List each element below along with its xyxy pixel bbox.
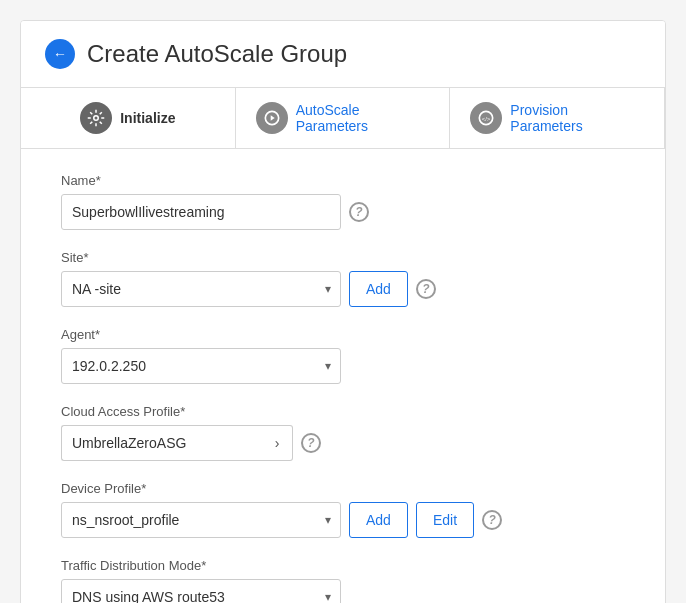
site-group: Site* NA -site EU-site APAC-site ▾ Add ? [61,250,625,307]
name-input-row: ? [61,194,625,230]
site-label: Site* [61,250,625,265]
site-select[interactable]: NA -site EU-site APAC-site [61,271,341,307]
tab-autoscale-parameters[interactable]: AutoScale Parameters [236,88,451,148]
cloud-profile-label: Cloud Access Profile* [61,404,625,419]
device-add-button[interactable]: Add [349,502,408,538]
tab-initialize-label: Initialize [120,110,175,126]
traffic-select-wrapper: DNS using AWS route53 Round Robin Least … [61,579,341,603]
name-input[interactable] [61,194,341,230]
site-row: NA -site EU-site APAC-site ▾ Add ? [61,271,625,307]
tab-bar: Initialize AutoScale Parameters </> Prov… [21,87,665,149]
agent-select-wrapper: 192.0.2.250 192.0.2.251 ▾ [61,348,341,384]
device-edit-button[interactable]: Edit [416,502,474,538]
back-button[interactable]: ← [45,39,75,69]
device-profile-select[interactable]: ns_nsroot_profile ns_admin_profile [61,502,341,538]
page-title: Create AutoScale Group [87,40,347,68]
agent-label: Agent* [61,327,625,342]
device-profile-label: Device Profile* [61,481,625,496]
device-profile-group: Device Profile* ns_nsroot_profile ns_adm… [61,481,625,538]
traffic-group: Traffic Distribution Mode* DNS using AWS… [61,558,625,603]
site-help-icon[interactable]: ? [416,279,436,299]
traffic-label: Traffic Distribution Mode* [61,558,625,573]
svg-marker-2 [270,115,274,120]
main-container: ← Create AutoScale Group Initialize Auto… [20,20,666,603]
cloud-profile-input[interactable] [61,425,262,461]
device-profile-select-wrapper: ns_nsroot_profile ns_admin_profile ▾ [61,502,341,538]
cloud-profile-input-group: › [61,425,293,461]
initialize-icon [80,102,112,134]
cloud-profile-help-icon[interactable]: ? [301,433,321,453]
cloud-profile-arrow-button[interactable]: › [262,425,293,461]
tab-provision-label: Provision Parameters [510,102,644,134]
svg-point-0 [94,116,99,121]
site-add-button[interactable]: Add [349,271,408,307]
name-help-icon[interactable]: ? [349,202,369,222]
form-area: Name* ? Site* NA -site EU-site APAC-site… [21,149,665,603]
name-group: Name* ? [61,173,625,230]
agent-select[interactable]: 192.0.2.250 192.0.2.251 [61,348,341,384]
site-select-wrapper: NA -site EU-site APAC-site ▾ [61,271,341,307]
tab-provision-parameters[interactable]: </> Provision Parameters [450,88,665,148]
page-header: ← Create AutoScale Group [21,21,665,87]
provision-icon: </> [470,102,502,134]
name-label: Name* [61,173,625,188]
device-profile-row: ns_nsroot_profile ns_admin_profile ▾ Add… [61,502,625,538]
agent-group: Agent* 192.0.2.250 192.0.2.251 ▾ [61,327,625,384]
traffic-select[interactable]: DNS using AWS route53 Round Robin Least … [61,579,341,603]
cloud-profile-row: › ? [61,425,625,461]
autoscale-icon [256,102,288,134]
svg-text:</>: </> [482,116,491,122]
cloud-profile-group: Cloud Access Profile* › ? [61,404,625,461]
tab-initialize[interactable]: Initialize [21,88,236,148]
device-profile-help-icon[interactable]: ? [482,510,502,530]
tab-autoscale-label: AutoScale Parameters [296,102,430,134]
